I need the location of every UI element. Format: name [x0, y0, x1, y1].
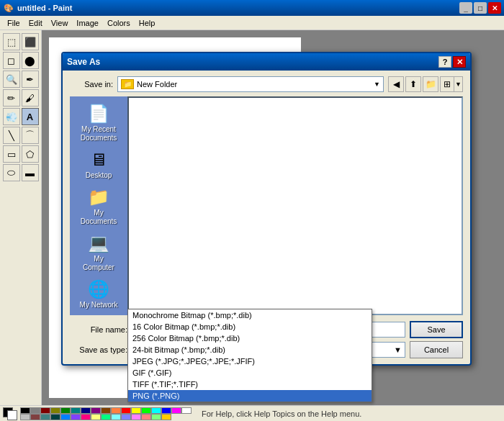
nav-new-folder-button[interactable]: 📁	[423, 76, 438, 92]
save-in-label: Save in:	[70, 80, 113, 89]
places-bar: 📄 My RecentDocuments 🖥 Desktop 📁 MyDocum…	[70, 96, 127, 315]
file-type-dropdown-list[interactable]: Monochrome Bitmap (*.bmp;*.dib) 16 Color…	[127, 309, 372, 402]
recent-docs-label: My RecentDocuments	[81, 125, 117, 142]
save-as-type-label: Save as type:	[70, 345, 127, 354]
dialog-content-area: 📄 My RecentDocuments 🖥 Desktop 📁 MyDocum…	[70, 96, 463, 315]
nav-views-button[interactable]: ⊞ ▼	[440, 76, 463, 92]
dropdown-item-6[interactable]: TIFF (*.TIF;*.TIFF)	[128, 379, 372, 390]
place-my-documents[interactable]: 📁 MyDocuments	[73, 184, 125, 227]
file-browser[interactable]	[127, 96, 463, 315]
dropdown-arrow-icon: ▼	[374, 81, 380, 88]
dialog-close-button[interactable]: ✕	[453, 56, 466, 68]
desktop-label: Desktop	[86, 171, 112, 180]
recent-docs-icon: 📄	[87, 102, 110, 125]
save-as-dialog: Save As ? ✕ Save in: 📁 New Folder ▼ ◀ ⬆ …	[61, 52, 472, 366]
save-in-row: Save in: 📁 New Folder ▼ ◀ ⬆ 📁 ⊞ ▼	[70, 76, 463, 92]
dialog-overlay: Save As ? ✕ Save in: 📁 New Folder ▼ ◀ ⬆ …	[0, 0, 504, 421]
file-name-label: File name:	[70, 325, 127, 334]
dropdown-item-7[interactable]: PNG (*.PNG)	[128, 390, 372, 402]
dropdown-item-4[interactable]: JPEG (*.JPG;*.JPEG;*.JPE;*.JFIF)	[128, 356, 372, 367]
dialog-title: Save As	[67, 57, 438, 67]
dropdown-item-2[interactable]: 256 Color Bitmap (*.bmp;*.dib)	[128, 332, 372, 344]
dropdown-item-3[interactable]: 24-bit Bitmap (*.bmp;*.dib)	[128, 344, 372, 356]
desktop-icon: 🖥	[87, 148, 110, 171]
dropdown-item-1[interactable]: 16 Color Bitmap (*.bmp;*.dib)	[128, 321, 372, 332]
my-documents-icon: 📁	[87, 186, 110, 209]
dialog-help-button[interactable]: ?	[438, 56, 451, 68]
my-documents-label: MyDocuments	[81, 209, 117, 226]
place-my-network[interactable]: 🌐 My Network	[73, 276, 125, 311]
nav-up-button[interactable]: ⬆	[405, 76, 421, 92]
dialog-titlebar: Save As ? ✕	[63, 53, 470, 71]
my-network-label: My Network	[80, 301, 118, 309]
save-in-value: New Folder	[137, 80, 177, 89]
my-computer-icon: 💻	[87, 232, 110, 255]
my-computer-label: MyComputer	[83, 255, 114, 272]
cancel-button[interactable]: Cancel	[410, 341, 463, 358]
save-button[interactable]: Save	[410, 321, 463, 338]
my-network-icon: 🌐	[87, 278, 110, 301]
nav-back-button[interactable]: ◀	[388, 76, 404, 92]
place-desktop[interactable]: 🖥 Desktop	[73, 147, 125, 181]
place-my-computer[interactable]: 💻 MyComputer	[73, 230, 125, 273]
views-arrow[interactable]: ▼	[454, 77, 462, 91]
dropdown-item-0[interactable]: Monochrome Bitmap (*.bmp;*.dib)	[128, 309, 372, 321]
place-recent-documents[interactable]: 📄 My RecentDocuments	[73, 101, 125, 144]
save-as-type-arrow-icon: ▼	[394, 345, 402, 354]
nav-buttons: ◀ ⬆ 📁 ⊞ ▼	[388, 76, 463, 92]
folder-icon: 📁	[121, 79, 134, 89]
save-in-dropdown[interactable]: 📁 New Folder ▼	[117, 76, 384, 92]
views-icon[interactable]: ⊞	[441, 77, 454, 91]
dropdown-item-5[interactable]: GIF (*.GIF)	[128, 367, 372, 379]
